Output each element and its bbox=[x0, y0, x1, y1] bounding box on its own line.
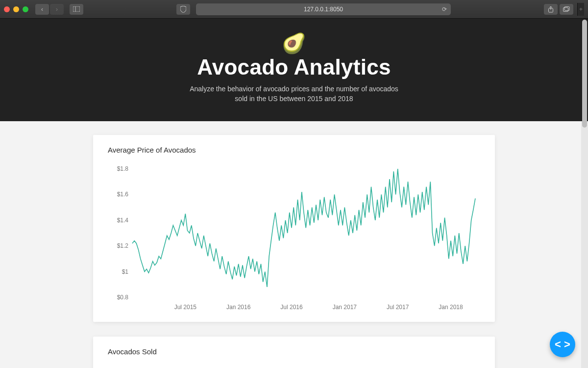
code-icon: < > bbox=[555, 338, 570, 351]
address-bar[interactable]: 127.0.0.1:8050 ⟳ bbox=[196, 3, 451, 15]
url-text: 127.0.0.1:8050 bbox=[304, 6, 343, 13]
page-scroll[interactable]: 🥑 Avocado Analytics Analyze the behavior… bbox=[0, 19, 588, 368]
minimize-window-button[interactable] bbox=[13, 6, 19, 12]
sidebar-toggle-button[interactable] bbox=[70, 4, 83, 15]
y-tick-label: $1.6 bbox=[117, 191, 129, 198]
dash-devtools-button[interactable]: < > bbox=[550, 332, 575, 357]
price-chart-svg: $0.8$1$1.2$1.4$1.6$1.8Jul 2015Jan 2016Ju… bbox=[108, 160, 480, 312]
svg-rect-4 bbox=[564, 6, 569, 10]
x-tick-label: Jul 2015 bbox=[174, 304, 197, 311]
tabs-icon bbox=[563, 6, 570, 12]
sold-chart-card: Avocados Sold bbox=[93, 337, 495, 368]
scrollbar-thumb[interactable] bbox=[582, 20, 587, 128]
share-icon bbox=[548, 6, 554, 13]
privacy-report-button[interactable] bbox=[176, 4, 190, 15]
window-controls bbox=[4, 6, 28, 12]
avocado-icon: 🥑 bbox=[0, 33, 588, 53]
maximize-window-button[interactable] bbox=[23, 6, 28, 12]
x-tick-label: Jul 2016 bbox=[280, 304, 303, 311]
shield-icon bbox=[180, 6, 186, 13]
x-tick-label: Jan 2017 bbox=[333, 304, 357, 311]
sold-chart-placeholder[interactable] bbox=[108, 362, 480, 368]
x-tick-label: Jan 2018 bbox=[439, 304, 463, 311]
hero: 🥑 Avocado Analytics Analyze the behavior… bbox=[0, 19, 588, 121]
nav-buttons: ‹ › bbox=[35, 4, 64, 15]
forward-button[interactable]: › bbox=[50, 4, 64, 15]
y-tick-label: $1.2 bbox=[117, 242, 129, 249]
y-tick-label: $1.4 bbox=[117, 217, 129, 224]
close-window-button[interactable] bbox=[4, 6, 10, 12]
new-tab-button[interactable]: + bbox=[577, 3, 584, 16]
sidebar-icon bbox=[73, 6, 80, 12]
sold-chart-title: Avocados Sold bbox=[108, 347, 480, 356]
x-tick-label: Jul 2017 bbox=[387, 304, 409, 311]
browser-chrome: ‹ › 127.0.0.1:8050 ⟳ + bbox=[0, 0, 588, 19]
svg-rect-0 bbox=[73, 6, 80, 12]
y-tick-label: $0.8 bbox=[117, 294, 129, 301]
price-chart-card: Average Price of Avocados $0.8$1$1.2$1.4… bbox=[93, 135, 495, 322]
tabs-button[interactable] bbox=[560, 4, 573, 15]
y-tick-label: $1 bbox=[122, 268, 129, 275]
page-title: Avocado Analytics bbox=[0, 55, 588, 79]
reload-icon[interactable]: ⟳ bbox=[442, 6, 447, 13]
page-subtitle: Analyze the behavior of avocado prices a… bbox=[189, 84, 399, 104]
share-button[interactable] bbox=[544, 4, 558, 15]
svg-rect-3 bbox=[564, 7, 568, 11]
x-tick-label: Jan 2016 bbox=[226, 304, 251, 311]
back-button[interactable]: ‹ bbox=[35, 4, 49, 15]
price-series-line bbox=[132, 169, 475, 287]
viewport: 🥑 Avocado Analytics Analyze the behavior… bbox=[0, 19, 588, 368]
y-tick-label: $1.8 bbox=[117, 165, 129, 172]
vertical-scrollbar[interactable] bbox=[581, 19, 588, 368]
page-body: Average Price of Avocados $0.8$1$1.2$1.4… bbox=[0, 121, 588, 368]
price-chart-title: Average Price of Avocados bbox=[108, 146, 480, 154]
price-chart[interactable]: $0.8$1$1.2$1.4$1.6$1.8Jul 2015Jan 2016Ju… bbox=[108, 160, 480, 312]
